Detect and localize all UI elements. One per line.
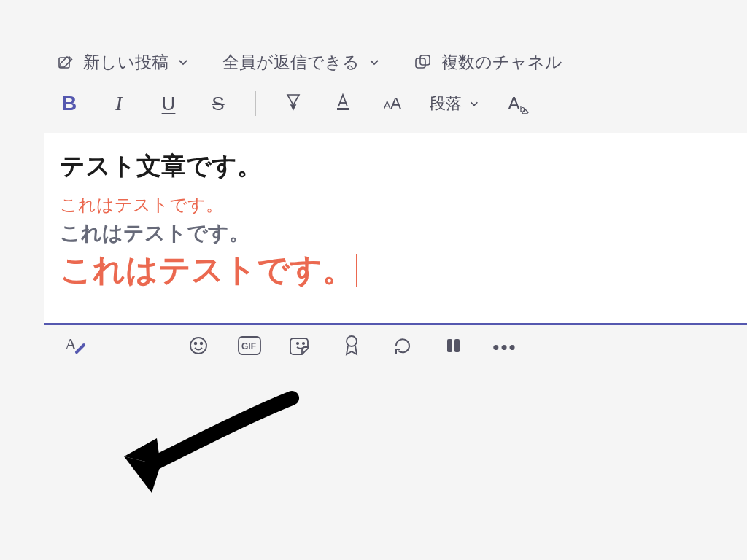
bold-icon: B xyxy=(62,92,77,115)
compose-topbar: 新しい投稿 全員が返信できる 複数のチャネル xyxy=(44,44,747,87)
svg-point-7 xyxy=(201,343,203,345)
editor-line-big-wrapper: これはテストです。 xyxy=(60,249,731,292)
svg-point-10 xyxy=(297,343,298,344)
italic-icon: I xyxy=(115,92,122,115)
underline-icon: U xyxy=(162,93,176,115)
more-actions-button[interactable]: ••• xyxy=(490,332,519,362)
svg-point-6 xyxy=(195,343,197,345)
svg-text:GIF: GIF xyxy=(241,341,256,351)
new-post-button[interactable]: 新しい投稿 xyxy=(57,51,189,74)
editor-line-red: これはテストです。 xyxy=(60,193,731,217)
svg-text:A: A xyxy=(65,335,77,353)
more-icon: ••• xyxy=(492,336,516,359)
format-toolbar: B I U S xyxy=(44,87,747,133)
chevron-down-icon xyxy=(368,52,380,72)
svg-rect-13 xyxy=(447,339,452,352)
sticker-icon xyxy=(290,335,311,359)
post-multichannel-button[interactable]: 複数のチャネル xyxy=(414,51,562,74)
editor-line-grey: これはテストです。 xyxy=(60,219,731,247)
svg-point-12 xyxy=(347,336,357,346)
svg-point-5 xyxy=(190,338,206,354)
multichannel-icon xyxy=(414,53,433,72)
annotation-arrow xyxy=(109,384,299,500)
toolbar-divider xyxy=(554,91,554,116)
loop-icon xyxy=(392,335,414,359)
format-toggle-button[interactable]: A xyxy=(60,332,89,362)
chevron-down-icon xyxy=(469,94,479,113)
sticker-button[interactable] xyxy=(286,332,315,362)
paragraph-label: 段落 xyxy=(430,93,462,114)
editor-title-line: テスト文章です。 xyxy=(60,149,731,183)
emoji-icon xyxy=(187,335,209,359)
chevron-down-icon xyxy=(177,52,189,72)
editor-line-big: これはテストです。 xyxy=(60,252,355,287)
italic-button[interactable]: I xyxy=(107,91,131,116)
compose-icon xyxy=(57,54,74,71)
loop-button[interactable] xyxy=(388,332,417,362)
apps-button[interactable] xyxy=(439,332,468,362)
apps-icon xyxy=(443,335,465,359)
compose-bottombar: A GIF xyxy=(44,325,747,372)
reply-scope-button[interactable]: 全員が返信できる xyxy=(222,51,380,74)
highlight-button[interactable] xyxy=(281,91,306,116)
text-caret xyxy=(356,254,357,287)
clear-formatting-button[interactable]: Ab xyxy=(504,91,529,116)
svg-rect-3 xyxy=(337,108,349,110)
font-size-button[interactable]: AA xyxy=(380,91,405,116)
svg-rect-14 xyxy=(454,339,460,352)
highlight-icon xyxy=(283,92,303,115)
strikethrough-button[interactable]: S xyxy=(206,91,231,116)
toolbar-divider xyxy=(255,91,256,116)
message-editor[interactable]: テスト文章です。 これはテストです。 これはテストです。 これはテストです。 xyxy=(44,133,747,323)
format-icon: A xyxy=(62,333,87,361)
font-color-button[interactable] xyxy=(330,91,355,116)
multichannel-label: 複数のチャネル xyxy=(441,51,562,74)
praise-icon xyxy=(341,334,362,360)
underline-button[interactable]: U xyxy=(156,91,181,116)
emoji-button[interactable] xyxy=(184,332,213,362)
paragraph-style-dropdown[interactable]: 段落 xyxy=(430,93,479,114)
font-size-icon: AA xyxy=(384,94,401,113)
gif-button[interactable]: GIF xyxy=(235,332,264,362)
gif-icon: GIF xyxy=(237,335,262,359)
message-composer: 新しい投稿 全員が返信できる 複数のチャネル xyxy=(44,44,747,372)
praise-button[interactable] xyxy=(337,332,366,362)
svg-point-11 xyxy=(303,343,304,344)
strikethrough-icon: S xyxy=(212,93,224,115)
bold-button[interactable]: B xyxy=(57,91,82,116)
teams-compose-screenshot: 新しい投稿 全員が返信できる 複数のチャネル xyxy=(0,0,747,560)
font-color-icon xyxy=(333,92,353,115)
clear-formatting-icon: Ab xyxy=(508,93,525,114)
reply-scope-label: 全員が返信できる xyxy=(222,51,360,74)
new-post-label: 新しい投稿 xyxy=(83,51,169,74)
